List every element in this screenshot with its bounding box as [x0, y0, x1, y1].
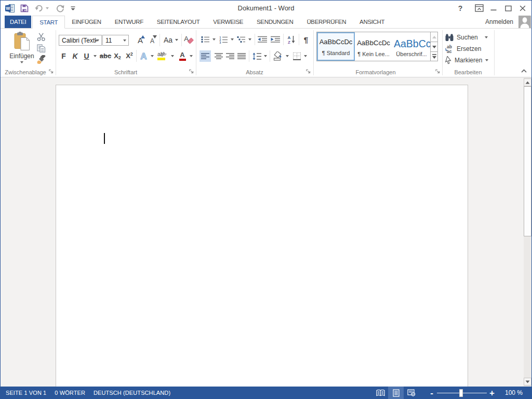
- superscript-button[interactable]: X2: [124, 50, 135, 62]
- redo-icon[interactable]: [56, 1, 64, 16]
- document-area[interactable]: [1, 77, 531, 387]
- document-page[interactable]: [56, 85, 468, 387]
- collapse-ribbon-button[interactable]: [518, 66, 529, 75]
- zoom-level[interactable]: 100 %: [500, 389, 527, 396]
- tab-sendungen[interactable]: SENDUNGEN: [250, 16, 300, 28]
- increase-indent-button[interactable]: [269, 34, 282, 45]
- paste-button[interactable]: Einfügen: [5, 32, 39, 63]
- bullets-button[interactable]: [200, 34, 211, 45]
- scroll-up-button[interactable]: [524, 78, 531, 86]
- tab-ansicht[interactable]: ANSICHT: [353, 16, 391, 28]
- undo-dropdown-icon[interactable]: [46, 1, 49, 16]
- font-dialog-launcher-icon[interactable]: [189, 69, 195, 75]
- underline-dropdown[interactable]: [92, 50, 98, 62]
- font-color-dropdown[interactable]: [188, 50, 194, 62]
- sort-button[interactable]: A Z: [285, 34, 297, 45]
- tab-entwurf[interactable]: ENTWURF: [108, 16, 150, 28]
- style-kein-leerraum[interactable]: AaBbCcDc ¶ Kein Lee...: [355, 32, 392, 61]
- change-case-button[interactable]: Aa: [162, 34, 180, 46]
- text-effects-dropdown[interactable]: [149, 50, 155, 62]
- ribbon-display-options-button[interactable]: [472, 1, 486, 16]
- close-button[interactable]: [515, 1, 530, 16]
- font-color-dropdown-icon: [190, 55, 193, 57]
- scroll-down-button[interactable]: [524, 378, 531, 385]
- help-button[interactable]: ?: [453, 1, 468, 16]
- style-ueberschrift-1[interactable]: AaBbCc Überschrif...: [392, 32, 431, 61]
- tab-einfuegen[interactable]: EINFÜGEN: [65, 16, 108, 28]
- cut-button[interactable]: [35, 32, 47, 42]
- style-standard[interactable]: AaBbCcDc ¶ Standard: [317, 32, 355, 61]
- grow-font-button[interactable]: A: [135, 34, 146, 46]
- tab-seitenlayout[interactable]: SEITENLAYOUT: [150, 16, 207, 28]
- numbering-dropdown[interactable]: [229, 34, 235, 45]
- word-logo-icon[interactable]: W: [5, 1, 15, 16]
- undo-icon[interactable]: [35, 1, 44, 16]
- shading-dropdown[interactable]: [284, 50, 290, 62]
- align-center-button[interactable]: [213, 50, 224, 62]
- page-count[interactable]: SEITE 1 VON 1: [1, 387, 50, 399]
- subscript-button[interactable]: X2: [112, 50, 123, 62]
- text-effects-button[interactable]: A: [138, 50, 149, 62]
- styles-dialog-launcher-icon[interactable]: [435, 69, 441, 75]
- zoom-out-button[interactable]: -: [427, 388, 437, 398]
- shrink-font-button[interactable]: A: [147, 34, 158, 46]
- font-name-combo[interactable]: Calibri (Textk: [59, 35, 102, 46]
- borders-button[interactable]: [291, 50, 302, 62]
- select-button[interactable]: Markieren: [445, 56, 488, 65]
- zoom-slider-handle[interactable]: [459, 389, 463, 397]
- line-spacing-button[interactable]: [251, 50, 262, 62]
- align-right-button[interactable]: [224, 50, 236, 62]
- show-formatting-marks-button[interactable]: ¶: [300, 34, 312, 45]
- print-layout-button[interactable]: [388, 387, 404, 399]
- control-divider: [136, 50, 137, 62]
- scrollbar-thumb[interactable]: [524, 86, 531, 236]
- sign-in-link[interactable]: Anmelden: [485, 16, 518, 29]
- replace-button[interactable]: ab ac Ersetzen: [445, 44, 481, 54]
- tab-start[interactable]: START: [32, 16, 65, 29]
- styles-scroll-down-button[interactable]: [430, 42, 438, 52]
- styles-more-button[interactable]: [430, 51, 438, 61]
- multilevel-list-dropdown[interactable]: [247, 34, 253, 45]
- clipboard-dialog-launcher-icon[interactable]: [48, 69, 55, 75]
- read-mode-button[interactable]: [373, 387, 388, 399]
- word-count[interactable]: 0 WÖRTER: [50, 387, 89, 399]
- customize-qat-icon[interactable]: [70, 1, 76, 16]
- decrease-indent-button[interactable]: [256, 34, 269, 45]
- align-left-button[interactable]: [200, 50, 211, 62]
- language-indicator[interactable]: DEUTSCH (DEUTSCHLAND): [89, 387, 175, 399]
- paragraph-dialog-launcher-icon[interactable]: [305, 69, 312, 75]
- numbering-button[interactable]: 1 2 3: [218, 34, 229, 45]
- styles-scroll-up-button[interactable]: [430, 32, 438, 42]
- maximize-button[interactable]: [501, 1, 515, 16]
- font-size-combo[interactable]: 11: [102, 35, 129, 46]
- font-color-button[interactable]: A: [177, 50, 188, 62]
- borders-dropdown[interactable]: [302, 50, 309, 62]
- clear-formatting-button[interactable]: A: [183, 34, 195, 46]
- user-avatar[interactable]: [518, 16, 531, 28]
- shading-button[interactable]: [272, 50, 284, 62]
- justify-button[interactable]: [236, 50, 247, 62]
- strikethrough-button[interactable]: abc: [99, 50, 112, 62]
- bold-button[interactable]: F: [59, 50, 69, 62]
- underline-button[interactable]: U: [82, 50, 91, 62]
- web-layout-button[interactable]: [404, 387, 419, 399]
- minimize-button[interactable]: [486, 1, 501, 16]
- highlight-dropdown[interactable]: [169, 50, 176, 62]
- bullets-dropdown[interactable]: [211, 34, 217, 45]
- copy-button[interactable]: [35, 43, 47, 54]
- multilevel-list-button[interactable]: [235, 34, 247, 45]
- find-dropdown-icon: [485, 36, 488, 38]
- zoom-slider-track[interactable]: [437, 393, 487, 393]
- tab-datei[interactable]: DATEI: [5, 16, 31, 28]
- format-painter-button[interactable]: [35, 55, 47, 65]
- highlight-button[interactable]: ab: [156, 50, 169, 62]
- replace-label: Ersetzen: [457, 45, 481, 52]
- zoom-in-button[interactable]: +: [487, 388, 497, 398]
- italic-button[interactable]: K: [70, 50, 80, 62]
- line-spacing-dropdown[interactable]: [262, 50, 269, 62]
- tab-verweise[interactable]: VERWEISE: [206, 16, 250, 28]
- tab-ueberpruefen[interactable]: ÜBERPRÜFEN: [300, 16, 353, 28]
- save-icon[interactable]: [20, 1, 29, 16]
- find-button[interactable]: Suchen: [445, 33, 488, 42]
- statusbar-right: - + 100 %: [373, 387, 531, 399]
